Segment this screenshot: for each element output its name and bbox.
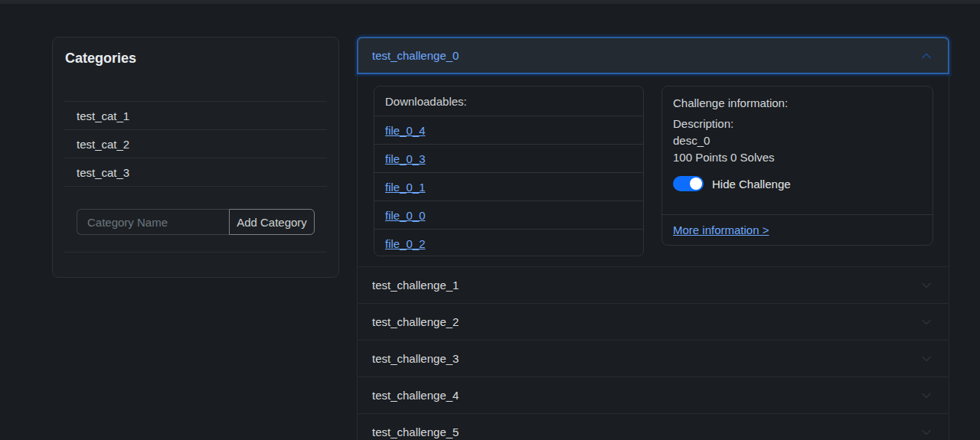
downloadables-panel: Downloadables: file_0_4 file_0_3 file_0_… <box>374 86 644 256</box>
challenge-body: Downloadables: file_0_4 file_0_3 file_0_… <box>357 74 949 267</box>
toggle-knob-icon <box>690 178 702 190</box>
challenge-info-card: Challenge information: Description: desc… <box>662 86 933 246</box>
category-item-label: test_cat_1 <box>77 109 129 122</box>
challenge-title: test_challenge_0 <box>372 49 459 62</box>
downloadable-row: file_0_2 <box>374 229 643 257</box>
challenge-info-title: Challenge information: <box>673 96 922 109</box>
downloadables-title: Downloadables: <box>374 86 643 116</box>
add-category-input-group: Add Category <box>77 209 315 235</box>
challenge-header-3[interactable]: test_challenge_3 <box>357 341 949 377</box>
more-information-link[interactable]: More information > <box>673 223 769 236</box>
challenge-title: test_challenge_5 <box>372 425 459 438</box>
add-category-button[interactable]: Add Category <box>229 209 315 235</box>
challenge-header-5[interactable]: test_challenge_5 <box>357 414 949 440</box>
file-link[interactable]: file_0_0 <box>385 209 426 222</box>
top-bar <box>0 0 980 4</box>
challenge-info-footer: More information > <box>662 214 933 245</box>
chevron-down-icon <box>919 425 934 440</box>
downloadable-row: file_0_3 <box>374 144 643 172</box>
description-label: Description: <box>673 117 922 130</box>
challenge-header-expanded[interactable]: test_challenge_0 <box>357 37 949 74</box>
category-item: test_cat_1 <box>64 101 327 129</box>
chevron-down-icon <box>919 351 934 367</box>
challenge-title: test_challenge_1 <box>372 279 459 292</box>
challenge-header-4[interactable]: test_challenge_4 <box>357 377 949 414</box>
chevron-down-icon <box>919 315 934 330</box>
challenge-info-body: Challenge information: Description: desc… <box>662 86 933 214</box>
file-link[interactable]: file_0_4 <box>385 124 426 137</box>
file-link[interactable]: file_0_1 <box>385 181 426 194</box>
downloadable-row: file_0_1 <box>374 172 643 200</box>
file-link[interactable]: file_0_3 <box>385 152 426 165</box>
categories-title: Categories <box>65 51 326 67</box>
downloadable-row: file_0_4 <box>374 116 643 144</box>
points-solves-text: 100 Points 0 Solves <box>673 151 922 164</box>
chevron-up-icon <box>919 48 934 64</box>
add-category-row: Add Category <box>64 186 327 252</box>
challenge-title: test_challenge_3 <box>372 352 459 365</box>
category-name-input[interactable] <box>77 209 229 235</box>
category-item-label: test_cat_3 <box>77 166 129 179</box>
chevron-down-icon <box>919 388 934 403</box>
category-list: test_cat_1 test_cat_2 test_cat_3 Add Cat… <box>64 101 327 253</box>
category-item-label: test_cat_2 <box>77 138 129 151</box>
challenge-title: test_challenge_4 <box>372 389 459 402</box>
category-item: test_cat_3 <box>64 158 327 186</box>
description-text: desc_0 <box>673 134 922 147</box>
hide-challenge-toggle[interactable] <box>673 176 704 191</box>
hide-challenge-label: Hide Challenge <box>712 178 791 191</box>
challenge-title: test_challenge_2 <box>372 315 459 328</box>
file-link[interactable]: file_0_2 <box>385 237 426 250</box>
hide-challenge-row: Hide Challenge <box>673 176 922 191</box>
downloadable-row: file_0_0 <box>374 200 643 229</box>
categories-card: Categories test_cat_1 test_cat_2 test_ca… <box>52 37 339 278</box>
challenge-header-1[interactable]: test_challenge_1 <box>357 267 949 304</box>
category-item: test_cat_2 <box>64 129 327 158</box>
challenges-accordion: test_challenge_0 Downloadables: file_0_4… <box>357 37 949 440</box>
chevron-down-icon <box>919 278 934 293</box>
challenge-header-2[interactable]: test_challenge_2 <box>357 304 949 341</box>
